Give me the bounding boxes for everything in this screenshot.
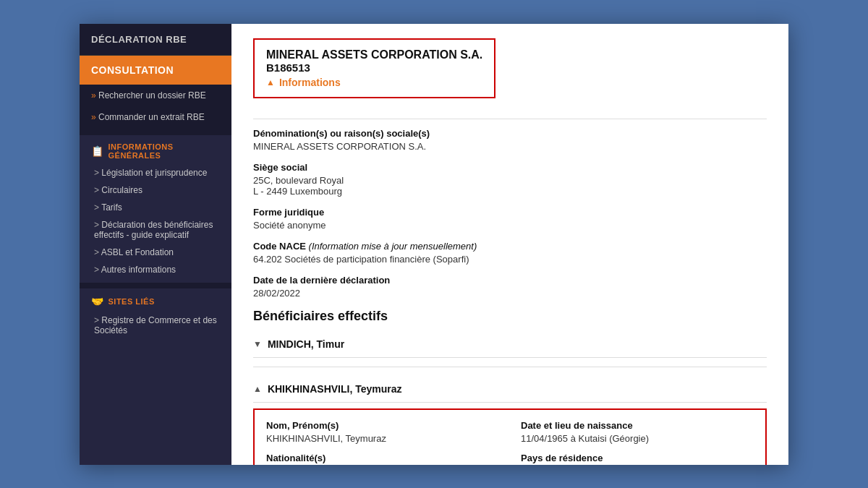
denomination-label: Dénomination(s) ou raison(s) sociale(s) <box>253 128 767 139</box>
forme-group: Forme juridique Société anonyme <box>253 207 767 231</box>
clipboard-icon: 📋 <box>91 145 104 157</box>
sidebar-autres[interactable]: Autres informations <box>91 261 220 278</box>
sidebar-consultation[interactable]: CONSULTATION <box>80 56 231 85</box>
khikhinashvili-details: Nom, Prénom(s) KHIKHINASHVILI, Teymuraz … <box>253 408 767 465</box>
sidebar-declaration[interactable]: Déclaration des bénéficiaires effectifs … <box>91 216 220 244</box>
sidebar-tarifs[interactable]: Tarifs <box>91 199 220 216</box>
chevron-up-icon-khikh: ▲ <box>253 384 262 394</box>
denomination-group: Dénomination(s) ou raison(s) sociale(s) … <box>253 128 767 152</box>
sidebar-sites-section: 🤝 SITES LIÉS Registre de Commerce et des… <box>80 288 231 465</box>
mindich-name: MINDICH, Timur <box>268 338 344 350</box>
chevron-up-icon: ▲ <box>266 77 275 87</box>
beneficiary-mindich[interactable]: ▼ MINDICH, Timur <box>253 331 767 358</box>
company-name: MINERAL ASSETS CORPORATION S.A. <box>266 48 482 61</box>
sidebar-header: DÉCLARATION RBE <box>80 24 231 56</box>
informations-toggle[interactable]: ▲ Informations <box>266 77 482 88</box>
divider-beneficiaires <box>253 367 767 367</box>
pays-residence-label: Pays de résidence <box>521 453 754 463</box>
code-nace-group: Code NACE (Information mise à jour mensu… <box>253 241 767 265</box>
khikhinashvili-name: KHIKHINASHVILI, Teymuraz <box>268 383 402 395</box>
sidebar-registre[interactable]: Registre de Commerce et des Sociétés <box>91 312 220 339</box>
date-group: Date de la dernière déclaration 28/02/20… <box>253 275 767 299</box>
date-label: Date de la dernière déclaration <box>253 275 767 286</box>
handshake-icon: 🤝 <box>91 296 104 307</box>
siege-label: Siège social <box>253 162 767 173</box>
main-content: MINERAL ASSETS CORPORATION S.A. B186513 … <box>231 24 788 465</box>
beneficiary-khikhinashvili[interactable]: ▲ KHIKHINASHVILI, Teymuraz <box>253 376 767 403</box>
nom-label: Nom, Prénom(s) <box>266 420 499 431</box>
sidebar-circulaires[interactable]: Circulaires <box>91 181 220 199</box>
denomination-value: MINERAL ASSETS CORPORATION S.A. <box>253 141 767 152</box>
nationalite-label: Nationalité(s) <box>266 453 499 463</box>
sidebar-link-commander[interactable]: Commander un extrait RBE <box>80 106 231 128</box>
sidebar-sites-title: 🤝 SITES LIÉS <box>91 296 220 307</box>
nom-group: Nom, Prénom(s) KHIKHINASHVILI, Teymuraz … <box>266 420 499 465</box>
company-id: B186513 <box>266 61 482 74</box>
date-naissance-value: 11/04/1965 à Kutaisi (Géorgie) <box>521 433 754 444</box>
date-value: 28/02/2022 <box>253 288 767 299</box>
code-nace-label: Code NACE (Information mise à jour mensu… <box>253 241 767 252</box>
forme-label: Forme juridique <box>253 207 767 218</box>
siege-group: Siège social 25C, boulevard Royal L - 24… <box>253 162 767 197</box>
sidebar-info-generales-section: 📋 INFORMATIONS GÉNÉRALES Législation et … <box>80 135 231 283</box>
date-naissance-group: Date et lieu de naissance 11/04/1965 à K… <box>521 420 754 465</box>
sidebar-link-rechercher[interactable]: Rechercher un dossier RBE <box>80 85 231 106</box>
siege-line1: 25C, boulevard Royal <box>253 175 767 186</box>
modal: DÉCLARATION RBE CONSULTATION Rechercher … <box>80 24 788 465</box>
chevron-down-icon-mindich: ▼ <box>253 339 262 349</box>
sidebar-info-generales-title: 📋 INFORMATIONS GÉNÉRALES <box>91 142 220 160</box>
divider-top <box>253 119 767 119</box>
modal-overlay: DÉCLARATION RBE CONSULTATION Rechercher … <box>0 0 868 488</box>
siege-line2: L - 2449 Luxembourg <box>253 186 767 197</box>
beneficiaires-title: Bénéficiaires effectifs <box>253 309 767 324</box>
beneficiary-grid: Nom, Prénom(s) KHIKHINASHVILI, Teymuraz … <box>266 420 754 465</box>
nom-value: KHIKHINASHVILI, Teymuraz <box>266 433 499 444</box>
sidebar-legislation[interactable]: Législation et jurisprudence <box>91 164 220 181</box>
forme-value: Société anonyme <box>253 220 767 231</box>
date-naissance-label: Date et lieu de naissance <box>521 420 754 431</box>
sidebar: DÉCLARATION RBE CONSULTATION Rechercher … <box>80 24 231 465</box>
sidebar-asbl[interactable]: ASBL et Fondation <box>91 244 220 261</box>
code-nace-value: 64.202 Sociétés de participation financi… <box>253 254 767 265</box>
company-header-box: MINERAL ASSETS CORPORATION S.A. B186513 … <box>253 38 495 98</box>
